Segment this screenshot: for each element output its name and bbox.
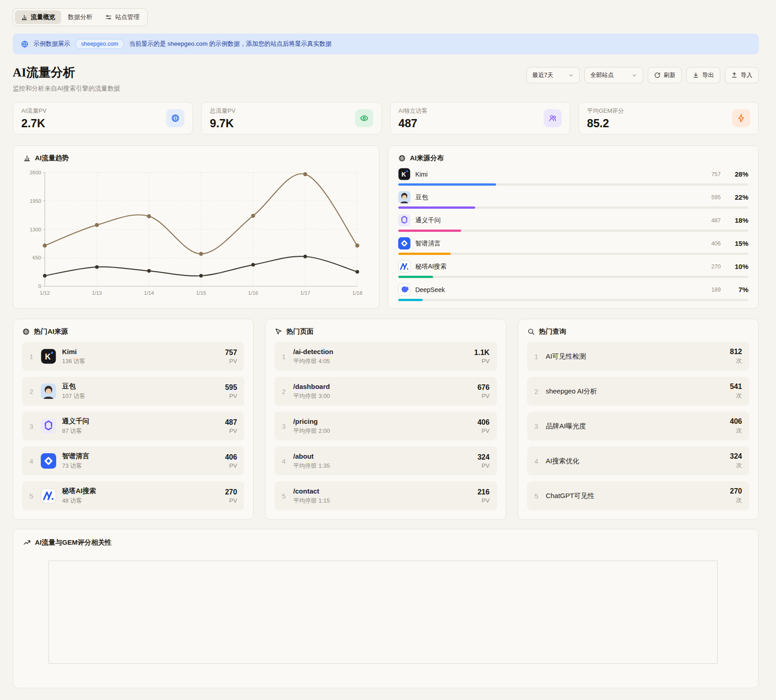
pv-value: 487 [225, 418, 237, 427]
source-row: 智谱清言 406 15% [398, 237, 748, 255]
correlation-title: AI流量与GEM评分相关性 [35, 538, 111, 547]
svg-text:1/13: 1/13 [92, 290, 102, 296]
source-percent: 10% [726, 263, 748, 270]
svg-text:1/16: 1/16 [248, 290, 258, 296]
top-queries-panel: 热门查询 1 AI可见性检测 812次 2 sheepgeo AI分析 541次… [518, 319, 759, 520]
tab-label: 站点管理 [115, 13, 140, 21]
list-item: 1 /ai-detection平均停留 4:05 1.1KPV [275, 342, 496, 371]
rank: 3 [29, 422, 35, 430]
query-text: sheepgeo AI分析 [546, 387, 597, 395]
stat-label: 平均GEM评分 [587, 107, 624, 115]
tab-bar: 流量概览 数据分析 站点管理 [13, 8, 148, 26]
pv-value: 270 [225, 488, 237, 496]
source-row: DeepSeek 189 7% [398, 283, 748, 301]
rank: 4 [535, 457, 540, 465]
brain-icon [22, 328, 30, 336]
brain-icon [166, 109, 184, 127]
page-path: /about [293, 452, 313, 460]
source-bar-track [398, 299, 748, 301]
visitor-count: 107 访客 [62, 392, 219, 400]
header-controls: 最近7天 全部站点 刷新 导出 导入 [526, 64, 759, 83]
page-path: /pricing [293, 417, 318, 425]
pv-unit: PV [225, 462, 237, 469]
query-text: ChatGPT可见性 [546, 492, 595, 499]
download-icon [693, 72, 699, 78]
date-range-select[interactable]: 最近7天 [526, 67, 580, 83]
upload-icon [731, 72, 737, 78]
source-bar-track [398, 276, 748, 278]
source-bar-fill [398, 183, 496, 186]
tab-site-management[interactable]: 站点管理 [99, 10, 145, 24]
tongyi-logo-icon [41, 418, 56, 434]
users-icon [544, 109, 562, 127]
tab-data-analysis[interactable]: 数据分析 [62, 10, 98, 24]
pv-unit: PV [225, 427, 237, 434]
page-path: /ai-detection [293, 348, 333, 355]
rank: 2 [535, 388, 540, 395]
rank: 4 [282, 457, 287, 465]
query-count: 541 [730, 383, 742, 391]
page-path: /dashboard [293, 383, 330, 390]
avg-dwell: 平均停留 1:35 [293, 462, 472, 470]
pv-unit: PV [225, 393, 237, 399]
source-name: 豆包 [62, 382, 76, 390]
banner-label: 示例数据展示 [34, 40, 70, 48]
kimi-logo-icon [41, 349, 56, 364]
svg-text:1/18: 1/18 [352, 290, 362, 296]
site-badge: sheepgeo.com [75, 39, 124, 49]
import-button[interactable]: 导入 [725, 67, 759, 83]
site-select[interactable]: 全部站点 [584, 67, 643, 83]
list-item: 5 秘塔AI搜索48 访客 270PV [22, 481, 244, 510]
source-count: 757 [700, 171, 721, 177]
stat-label: AI独立访客 [399, 107, 428, 115]
refresh-button[interactable]: 刷新 [648, 67, 682, 83]
source-bar-fill [398, 206, 475, 209]
source-row: Kimi 757 28% [398, 168, 748, 186]
rank: 1 [282, 353, 287, 360]
tab-label: 数据分析 [68, 13, 92, 21]
query-count: 812 [730, 348, 742, 356]
top-sources-panel: 热门AI来源 1 Kimi136 访客 757PV 2 豆包107 访客 595… [13, 319, 254, 520]
chevron-down-icon [631, 72, 637, 78]
stat-card: 平均GEM评分 85.2 [578, 102, 759, 134]
source-percent: 28% [726, 170, 748, 178]
source-name: 智谱清言 [62, 452, 89, 460]
source-count: 270 [700, 264, 721, 270]
source-name: 智谱清言 [415, 240, 695, 248]
date-range-value: 最近7天 [532, 71, 553, 79]
bar-chart-icon [21, 14, 28, 21]
query-unit: 次 [730, 427, 742, 435]
deepseek-logo-icon [398, 283, 410, 296]
rank: 1 [29, 353, 35, 360]
source-bar-fill [398, 299, 423, 301]
source-row: 豆包 595 22% [398, 191, 748, 209]
source-row: 通义千问 487 18% [398, 214, 748, 232]
search-icon [527, 328, 535, 336]
rank: 4 [29, 457, 35, 465]
brain-icon [398, 154, 406, 162]
source-name: 秘塔AI搜索 [62, 487, 96, 494]
pv-unit: PV [477, 393, 490, 399]
svg-text:1300: 1300 [29, 227, 41, 232]
avg-dwell: 平均停留 3:00 [293, 392, 472, 400]
page-header: AI流量分析 监控和分析来自AI搜索引擎的流量数据 最近7天 全部站点 刷新 导… [13, 64, 759, 93]
source-name: 秘塔AI搜索 [415, 263, 695, 271]
globe-icon [21, 40, 29, 48]
list-item: 4 /about平均停留 1:35 324PV [275, 446, 496, 475]
list-item: 2 /dashboard平均停留 3:00 676PV [275, 377, 496, 406]
zhipu-logo-icon [41, 453, 56, 469]
svg-text:1/12: 1/12 [40, 290, 50, 296]
list-item: 3 /pricing平均停留 2:00 406PV [275, 412, 496, 441]
pv-unit: PV [477, 497, 490, 504]
pv-value: 216 [477, 488, 490, 496]
query-count: 324 [730, 452, 742, 460]
svg-text:1/14: 1/14 [144, 290, 154, 296]
pv-value: 324 [477, 453, 490, 461]
sliders-icon [105, 14, 112, 21]
pv-value: 1.1K [474, 349, 490, 357]
export-button[interactable]: 导出 [686, 67, 720, 83]
rank: 2 [29, 388, 35, 395]
site-select-value: 全部站点 [590, 71, 614, 79]
source-bar-track [398, 230, 748, 232]
tab-traffic-overview[interactable]: 流量概览 [15, 10, 61, 24]
